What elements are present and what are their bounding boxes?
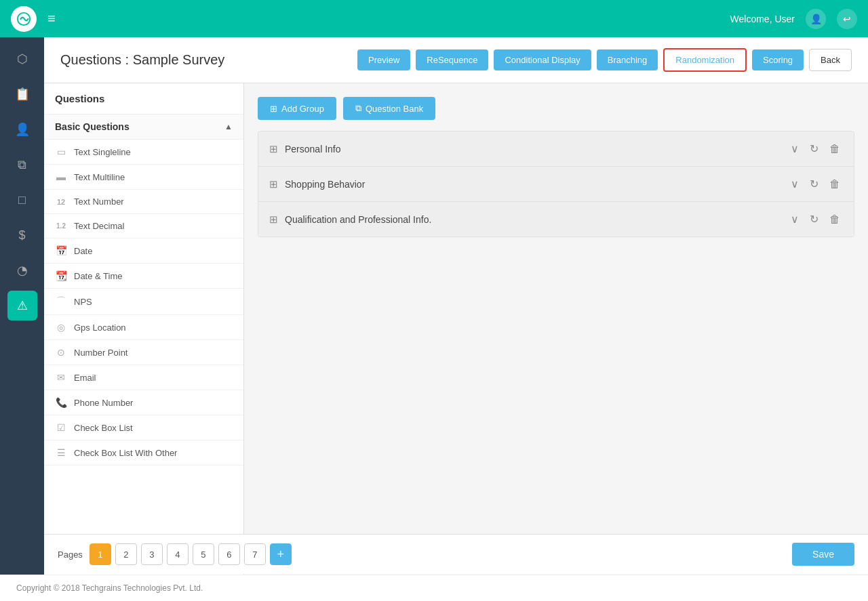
logo[interactable] — [11, 6, 37, 32]
questions-sidebar-title: Questions — [44, 83, 243, 115]
date-time-icon: 📆 — [55, 270, 67, 281]
item-label: Number Point — [74, 348, 127, 358]
content-area: Questions : Sample Survey Preview ReSequ… — [44, 37, 868, 575]
branching-button[interactable]: Branching — [597, 49, 658, 70]
pages-nav: Pages 1 2 3 4 5 6 7 + — [244, 543, 292, 565]
item-label: Date & Time — [74, 271, 123, 281]
main-layout: ⬡ 📋 👤 ⧉ □ $ ◔ ⚠ Questions : Sample Surve… — [0, 37, 868, 575]
group-refresh-button[interactable]: ↻ — [807, 176, 821, 192]
group-actions: ∨ ↻ 🗑 — [788, 211, 843, 227]
group-refresh-button[interactable]: ↻ — [807, 211, 821, 227]
item-label: Check Box List — [74, 423, 133, 433]
checkbox-other-icon: ☰ — [55, 447, 67, 458]
list-item[interactable]: 📞 Phone Number — [44, 390, 243, 415]
group-collapse-button[interactable]: ∨ — [788, 141, 802, 157]
chevron-up-icon: ▲ — [224, 122, 233, 131]
navbar-left: ≡ — [11, 6, 56, 32]
list-item[interactable]: 📅 Date — [44, 239, 243, 264]
nav-pie[interactable]: ◔ — [7, 255, 37, 285]
list-item[interactable]: ▬ Text Multiline — [44, 165, 243, 190]
list-item[interactable]: ▭ Text Singleline — [44, 140, 243, 165]
hamburger-icon[interactable]: ≡ — [47, 11, 56, 26]
list-item[interactable]: ⊙ Number Point — [44, 340, 243, 365]
group-row: ⊞ Shopping Behavior ∨ ↻ 🗑 — [258, 167, 854, 202]
item-label: Check Box List With Other — [74, 448, 177, 458]
list-item[interactable]: ✉ Email — [44, 365, 243, 390]
list-item[interactable]: 1.2 Text Decimal — [44, 214, 243, 239]
preview-button[interactable]: Preview — [357, 49, 410, 70]
navbar-right: Welcome, User 👤 ↩ — [730, 9, 857, 29]
item-label: Text Multiline — [74, 172, 125, 182]
back-button[interactable]: Back — [809, 49, 852, 71]
nav-book[interactable]: 📋 — [7, 79, 37, 109]
date-icon: 📅 — [55, 245, 67, 256]
footer: Copyright © 2018 Techgrains Technologies… — [0, 575, 868, 601]
group-icon: ⊞ — [269, 213, 278, 226]
number-point-icon: ⊙ — [55, 347, 67, 358]
item-label: Text Singleline — [74, 147, 131, 157]
list-item[interactable]: ☑ Check Box List — [44, 415, 243, 440]
randomization-button[interactable]: Randomization — [663, 48, 747, 72]
add-group-button[interactable]: ⊞ Add Group — [258, 97, 336, 120]
group-delete-button[interactable]: 🗑 — [827, 212, 843, 227]
nav-users[interactable]: 👤 — [7, 115, 37, 144]
group-refresh-button[interactable]: ↻ — [807, 141, 821, 157]
groups-container: ⊞ Personal Info ∨ ↻ 🗑 ⊞ Shopping Behavio… — [258, 131, 854, 237]
page-title: Questions : Sample Survey — [60, 52, 224, 68]
bottom-bar: Pages 1 2 3 4 5 6 7 + Save — [244, 534, 868, 574]
header-buttons: Preview ReSequence Conditional Display B… — [357, 48, 852, 72]
group-name: Shopping Behavior — [285, 179, 781, 190]
resequence-button[interactable]: ReSequence — [416, 49, 488, 70]
inner-layout: Questions Basic Questions ▲ ▭ Text Singl… — [44, 83, 868, 575]
conditional-display-button[interactable]: Conditional Display — [494, 49, 591, 70]
group-row: ⊞ Personal Info ∨ ↻ 🗑 — [258, 131, 854, 167]
basic-questions-header[interactable]: Basic Questions ▲ — [44, 115, 243, 140]
page-header: Questions : Sample Survey Preview ReSequ… — [44, 37, 868, 83]
scoring-button[interactable]: Scoring — [752, 49, 804, 70]
group-row: ⊞ Qualification and Professional Info. ∨… — [258, 202, 854, 236]
group-actions: ∨ ↻ 🗑 — [788, 176, 843, 192]
nav-dollar[interactable]: $ — [7, 220, 37, 250]
add-group-icon: ⊞ — [270, 104, 277, 114]
text-multiline-icon: ▬ — [55, 171, 67, 182]
nps-icon: ⌒ — [55, 295, 67, 308]
left-sidebar: ⬡ 📋 👤 ⧉ □ $ ◔ ⚠ — [0, 37, 44, 575]
group-collapse-button[interactable]: ∨ — [788, 176, 802, 192]
item-label: Email — [74, 373, 96, 383]
item-label: Date — [74, 246, 92, 256]
nav-square[interactable]: □ — [7, 185, 37, 215]
list-item[interactable]: ☰ Check Box List With Other — [44, 440, 243, 465]
action-bar: ⊞ Add Group ⧉ Question Bank — [258, 97, 854, 120]
nav-dashboard[interactable]: ⬡ — [7, 44, 37, 74]
item-label: Gps Location — [74, 323, 126, 333]
group-icon: ⊞ — [269, 178, 278, 190]
user-profile-icon[interactable]: 👤 — [806, 9, 826, 29]
questions-sidebar: Questions Basic Questions ▲ ▭ Text Singl… — [44, 83, 244, 575]
footer-text: Copyright © 2018 Techgrains Technologies… — [16, 583, 203, 593]
text-number-icon: 12 — [55, 198, 67, 206]
list-item[interactable]: 📆 Date & Time — [44, 264, 243, 289]
group-delete-button[interactable]: 🗑 — [827, 177, 843, 192]
page-7-button[interactable]: 7 — [244, 543, 266, 565]
save-button[interactable]: Save — [792, 543, 854, 566]
email-icon: ✉ — [55, 372, 67, 383]
nav-layers[interactable]: ⧉ — [7, 150, 37, 180]
question-bank-icon: ⧉ — [355, 103, 361, 114]
list-item[interactable]: ⌒ NPS — [44, 289, 243, 315]
group-name: Qualification and Professional Info. — [285, 214, 781, 225]
list-item[interactable]: ◎ Gps Location — [44, 315, 243, 340]
main-panel: ⊞ Add Group ⧉ Question Bank ⊞ Personal I… — [244, 83, 868, 575]
add-page-button[interactable]: + — [270, 543, 292, 565]
phone-icon: 📞 — [55, 397, 67, 408]
item-label: NPS — [74, 297, 92, 307]
list-item[interactable]: 12 Text Number — [44, 190, 243, 214]
nav-alert[interactable]: ⚠ — [7, 291, 37, 320]
item-label: Phone Number — [74, 398, 133, 408]
question-bank-button[interactable]: ⧉ Question Bank — [343, 97, 435, 120]
group-collapse-button[interactable]: ∨ — [788, 211, 802, 227]
gps-icon: ◎ — [55, 322, 67, 333]
group-delete-button[interactable]: 🗑 — [827, 142, 843, 157]
top-navbar: ≡ Welcome, User 👤 ↩ — [0, 0, 868, 37]
logout-icon[interactable]: ↩ — [837, 9, 857, 29]
group-name: Personal Info — [285, 144, 781, 154]
